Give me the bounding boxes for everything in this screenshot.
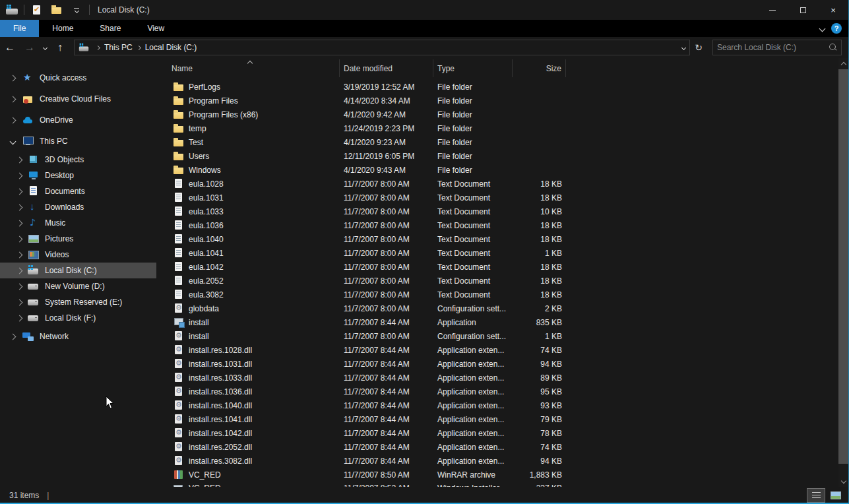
table-row[interactable]: install.res.1040.dll 11/7/2007 8:44 AM A… — [165, 398, 838, 412]
expand-chevron-icon[interactable] — [17, 205, 28, 210]
table-row[interactable]: install.res.1042.dll 11/7/2007 8:44 AM A… — [165, 426, 838, 440]
ribbon-tab[interactable]: File — [0, 20, 39, 37]
sidebar-item[interactable]: System Reserved (E:) — [0, 294, 156, 310]
sidebar-item[interactable]: Network — [0, 326, 156, 347]
table-row[interactable]: eula.1041 11/7/2007 8:00 AM Text Documen… — [165, 246, 838, 260]
table-row[interactable]: install.res.3082.dll 11/7/2007 8:44 AM A… — [165, 454, 838, 468]
qat-properties-button[interactable] — [30, 3, 44, 17]
table-row[interactable]: eula.1031 11/7/2007 8:00 AM Text Documen… — [165, 191, 838, 205]
table-row[interactable]: eula.2052 11/7/2007 8:00 AM Text Documen… — [165, 274, 838, 288]
ribbon-tab[interactable]: View — [134, 20, 177, 37]
qat-customize-button[interactable] — [69, 3, 84, 17]
column-header-size[interactable]: Size — [513, 59, 566, 77]
sidebar-item[interactable]: OneDrive — [0, 110, 156, 131]
table-row[interactable]: Program Files (x86) 4/1/2020 9:42 AM Fil… — [165, 108, 838, 121]
thumbnails-view-button[interactable] — [827, 489, 844, 502]
expand-chevron-icon[interactable] — [11, 334, 22, 339]
table-row[interactable]: install.res.1036.dll 11/7/2007 8:44 AM A… — [165, 385, 838, 398]
table-row[interactable]: install.res.2052.dll 11/7/2007 8:44 AM A… — [165, 440, 838, 454]
expand-chevron-icon[interactable] — [17, 189, 28, 194]
column-header-date-modified[interactable]: Date modified — [340, 59, 433, 77]
address-dropdown-icon[interactable] — [681, 45, 686, 49]
expand-chevron-icon[interactable] — [17, 316, 28, 321]
column-header-name[interactable]: Name — [165, 59, 340, 77]
refresh-button[interactable]: ↻ — [690, 38, 707, 57]
table-row[interactable]: install 11/7/2007 8:00 AM Configuration … — [165, 329, 838, 343]
expand-chevron-icon[interactable] — [17, 284, 28, 289]
sidebar-item[interactable]: New Volume (D:) — [0, 278, 156, 294]
table-row[interactable]: eula.1040 11/7/2007 8:00 AM Text Documen… — [165, 232, 838, 246]
details-view-button[interactable] — [807, 489, 825, 502]
sidebar-item[interactable]: This PC — [0, 131, 156, 152]
expand-chevron-icon[interactable] — [17, 158, 28, 162]
ribbon-tab[interactable]: Share — [86, 20, 134, 37]
vertical-scrollbar[interactable] — [838, 58, 848, 487]
close-button[interactable]: × — [818, 0, 848, 20]
breadcrumb-item[interactable]: This PC — [104, 43, 133, 52]
maximize-button[interactable] — [788, 0, 818, 20]
search-icon[interactable] — [828, 43, 837, 52]
recent-locations-button[interactable] — [40, 38, 50, 57]
expand-chevron-icon[interactable] — [11, 97, 22, 102]
expand-chevron-icon[interactable] — [11, 76, 22, 80]
table-row[interactable]: eula.1028 11/7/2007 8:00 AM Text Documen… — [165, 177, 838, 191]
back-button[interactable]: ← — [0, 38, 20, 57]
file-date-modified: 3/19/2019 12:52 AM — [340, 82, 433, 92]
expand-chevron-icon[interactable] — [17, 237, 28, 241]
column-header-type[interactable]: Type — [433, 59, 513, 77]
table-row[interactable]: PerfLogs 3/19/2019 12:52 AM File folder — [165, 80, 838, 94]
table-row[interactable]: Program Files 4/14/2020 8:34 AM File fol… — [165, 94, 838, 108]
sidebar-item-icon — [28, 313, 40, 323]
sidebar-item[interactable]: Local Disk (F:) — [0, 310, 156, 326]
ribbon-tab[interactable]: Home — [39, 20, 86, 37]
expand-chevron-icon[interactable] — [17, 268, 28, 273]
table-row[interactable]: install.res.1041.dll 11/7/2007 8:44 AM A… — [165, 412, 838, 426]
search-input[interactable] — [717, 43, 828, 52]
divider — [89, 5, 90, 15]
table-row[interactable]: eula.1036 11/7/2007 8:00 AM Text Documen… — [165, 218, 838, 232]
table-row[interactable]: install.res.1031.dll 11/7/2007 8:44 AM A… — [165, 357, 838, 371]
expand-chevron-icon[interactable] — [17, 221, 28, 226]
sidebar-item[interactable]: Quick access — [0, 67, 156, 88]
breadcrumb-item[interactable]: Local Disk (C:) — [145, 43, 197, 52]
up-button[interactable]: ↑ — [50, 38, 70, 57]
sidebar-item[interactable]: Videos — [0, 247, 156, 263]
scrollbar-thumb[interactable] — [838, 69, 848, 464]
sidebar-item[interactable]: Desktop — [0, 168, 156, 183]
sidebar-item[interactable]: Downloads — [0, 199, 156, 215]
expand-chevron-icon[interactable] — [11, 139, 22, 144]
sidebar-item[interactable]: Pictures — [0, 231, 156, 247]
sidebar-item[interactable]: Documents — [0, 183, 156, 199]
table-row[interactable]: Windows 4/1/2020 9:43 AM File folder — [165, 163, 838, 177]
table-row[interactable]: Test 4/1/2020 9:23 AM File folder — [165, 135, 838, 149]
qat-new-folder-button[interactable] — [49, 3, 64, 17]
sidebar-item[interactable]: Local Disk (C:) — [0, 263, 156, 278]
table-row[interactable]: eula.1033 11/7/2007 8:00 AM Text Documen… — [165, 205, 838, 218]
minimize-button[interactable] — [757, 0, 788, 20]
expand-chevron-icon[interactable] — [17, 300, 28, 305]
table-row[interactable]: install.res.1033.dll 11/7/2007 8:44 AM A… — [165, 371, 838, 385]
table-row[interactable]: install 11/7/2007 8:44 AM Application 83… — [165, 315, 838, 329]
sidebar-item[interactable]: 3D Objects — [0, 152, 156, 168]
scroll-up-icon[interactable] — [838, 58, 848, 69]
address-bar[interactable]: This PC Local Disk (C:) — [74, 40, 690, 55]
expand-chevron-icon[interactable] — [17, 253, 28, 257]
scroll-down-icon[interactable] — [838, 476, 848, 487]
table-row[interactable]: Users 12/11/2019 6:05 PM File folder — [165, 149, 838, 163]
expand-chevron-icon[interactable] — [11, 118, 22, 123]
sidebar-item[interactable]: Music — [0, 215, 156, 231]
table-row[interactable]: eula.3082 11/7/2007 8:00 AM Text Documen… — [165, 288, 838, 301]
table-row[interactable]: temp 11/24/2019 2:23 PM File folder — [165, 121, 838, 135]
table-row[interactable]: eula.1042 11/7/2007 8:00 AM Text Documen… — [165, 260, 838, 274]
table-row[interactable]: globdata 11/7/2007 8:00 AM Configuration… — [165, 301, 838, 315]
sidebar-item[interactable]: Creative Cloud Files — [0, 88, 156, 110]
new-folder-icon — [51, 5, 63, 15]
table-row[interactable]: install.res.1028.dll 11/7/2007 8:44 AM A… — [165, 343, 838, 357]
expand-chevron-icon[interactable] — [17, 173, 28, 178]
forward-button[interactable]: → — [20, 38, 40, 57]
search-box[interactable] — [712, 40, 842, 55]
minimize-ribbon-icon[interactable] — [819, 25, 826, 32]
table-row[interactable]: VC_RED 11/7/2007 8:52 AM Windows Install… — [165, 482, 838, 487]
table-row[interactable]: VC_RED 11/7/2007 8:50 AM WinRAR archive … — [165, 468, 838, 482]
help-icon[interactable]: ? — [831, 23, 842, 34]
